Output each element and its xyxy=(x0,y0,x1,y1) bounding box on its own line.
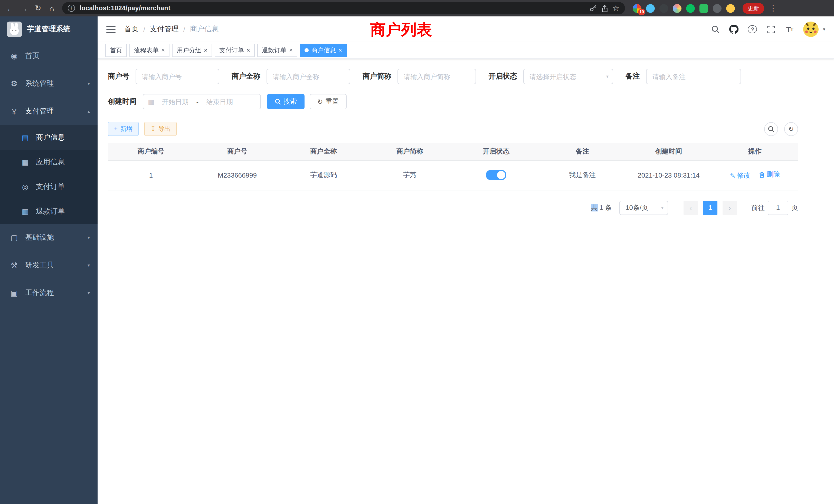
close-icon[interactable]: × xyxy=(289,47,293,54)
sidebar-item-app-info[interactable]: ▦ 应用信息 xyxy=(0,150,97,175)
col-create-time: 创建时间 xyxy=(626,143,712,160)
add-button[interactable]: + 新增 xyxy=(108,122,139,136)
browser-menu-icon[interactable]: ⋮ xyxy=(769,4,777,13)
prev-page-button[interactable]: ‹ xyxy=(683,201,698,215)
search-icon[interactable] xyxy=(711,24,720,35)
cell-merchant-no: M233666999 xyxy=(194,160,280,190)
tab-label: 支付订单 xyxy=(219,46,244,55)
tab-process-form[interactable]: 流程表单 × xyxy=(129,44,170,57)
tab-label: 用户分组 xyxy=(177,46,201,55)
font-size-icon[interactable]: TT xyxy=(785,24,794,35)
total-count-suffix: 1 条 xyxy=(597,204,612,211)
filter-label: 商户号 xyxy=(108,72,129,81)
bookmark-star-icon[interactable]: ☆ xyxy=(612,4,619,13)
extension-icon[interactable] xyxy=(699,4,708,13)
filter-create-time: 创建时间 ▦ - 搜索 ↻ 重置 xyxy=(108,94,347,109)
password-key-icon[interactable] xyxy=(589,5,596,12)
sidebar-item-infrastructure[interactable]: ▢ 基础设施 ▾ xyxy=(0,224,97,251)
url-text[interactable]: localhost:1024/pay/merchant xyxy=(80,5,585,12)
github-icon[interactable] xyxy=(729,24,739,35)
breadcrumb-home[interactable]: 首页 xyxy=(124,25,139,34)
help-icon[interactable]: ? xyxy=(748,25,757,33)
export-button-label: 导出 xyxy=(158,124,171,133)
extension-badge: 10 xyxy=(638,9,645,15)
edit-link[interactable]: ✎ 修改 xyxy=(730,171,750,180)
search-button[interactable]: 搜索 xyxy=(267,94,305,109)
goto-label: 前往 xyxy=(751,203,765,212)
short-name-input[interactable] xyxy=(397,69,476,84)
order-icon: ◎ xyxy=(21,183,29,191)
cell-actions: ✎ 修改 删除 xyxy=(712,160,798,190)
share-icon[interactable] xyxy=(601,4,608,12)
close-icon[interactable]: × xyxy=(338,47,342,54)
app-logo[interactable]: 芋道管理系统 xyxy=(0,17,97,42)
tab-refund-order[interactable]: 退款订单 × xyxy=(257,44,297,57)
tab-user-group[interactable]: 用户分组 × xyxy=(172,44,212,57)
monitor-icon: ▢ xyxy=(10,233,19,242)
refresh-table-icon[interactable]: ↻ xyxy=(784,122,798,136)
sidebar-item-dev-tools[interactable]: ⚒ 研发工具 ▾ xyxy=(0,251,97,279)
sidebar-item-label: 应用信息 xyxy=(36,158,65,167)
filter-status: 开启状态 ▾ xyxy=(488,69,613,84)
next-page-button[interactable]: › xyxy=(723,201,737,215)
extension-icon[interactable] xyxy=(659,4,668,13)
sidebar-item-payment[interactable]: ¥ 支付管理 ▴ xyxy=(0,97,97,125)
extension-icon[interactable]: 10 xyxy=(633,4,641,13)
current-page-button[interactable]: 1 xyxy=(703,201,718,215)
remark-input[interactable] xyxy=(646,69,741,84)
goto-page-input[interactable] xyxy=(768,201,788,215)
browser-update-button[interactable]: 更新 xyxy=(743,3,764,14)
site-info-icon[interactable]: i xyxy=(68,5,75,12)
toggle-search-icon[interactable] xyxy=(764,122,778,136)
avatar-caret-icon[interactable]: ▾ xyxy=(823,27,825,32)
sidebar-item-system[interactable]: ⚙ 系统管理 ▾ xyxy=(0,70,97,97)
sidebar-item-workflow[interactable]: ▣ 工作流程 ▾ xyxy=(0,279,97,307)
reload-icon[interactable]: ↻ xyxy=(32,2,44,14)
user-avatar[interactable] xyxy=(804,22,819,37)
tab-label: 流程表单 xyxy=(134,46,159,55)
end-date-input[interactable] xyxy=(201,98,238,106)
extension-icon[interactable] xyxy=(646,4,655,13)
sidebar-item-home[interactable]: ◉ 首页 xyxy=(0,42,97,70)
extension-icon[interactable] xyxy=(713,4,722,13)
forward-icon[interactable]: → xyxy=(18,2,30,14)
date-range-picker[interactable]: ▦ - xyxy=(143,94,261,109)
breadcrumb-section[interactable]: 支付管理 xyxy=(150,25,179,34)
back-icon[interactable]: ← xyxy=(4,2,17,14)
export-button[interactable]: ↧ 导出 xyxy=(144,122,177,136)
home-icon[interactable]: ⌂ xyxy=(46,2,58,14)
close-icon[interactable]: × xyxy=(161,47,165,54)
address-bar[interactable]: i localhost:1024/pay/merchant ☆ xyxy=(62,2,625,14)
extension-icon[interactable] xyxy=(686,4,695,13)
breadcrumb-separator: / xyxy=(183,25,185,33)
table-header-row: 商户编号 商户号 商户全称 商户简称 开启状态 备注 创建时间 操作 xyxy=(108,143,798,160)
tab-pay-order[interactable]: 支付订单 × xyxy=(215,44,255,57)
status-toggle[interactable] xyxy=(486,170,506,180)
breadcrumb: 首页 / 支付管理 / 商户信息 xyxy=(124,25,219,34)
tab-home[interactable]: 首页 xyxy=(105,44,127,57)
sidebar-item-pay-order[interactable]: ◎ 支付订单 xyxy=(0,175,97,199)
sidebar-item-merchant-info[interactable]: ▤ 商户信息 xyxy=(0,125,97,150)
start-date-input[interactable] xyxy=(157,98,194,106)
page-size-input[interactable] xyxy=(619,201,668,215)
col-actions: 操作 xyxy=(712,143,798,160)
merchant-no-input[interactable] xyxy=(136,69,219,84)
close-icon[interactable]: × xyxy=(246,47,250,54)
col-merchant-id: 商户编号 xyxy=(108,143,194,160)
extension-glyph xyxy=(673,4,681,13)
sidebar-item-refund-order[interactable]: ▥ 退款订单 xyxy=(0,199,97,224)
page-size-select[interactable]: ▾ xyxy=(619,201,668,215)
reset-button[interactable]: ↻ 重置 xyxy=(310,94,347,109)
close-icon[interactable]: × xyxy=(204,47,207,54)
extension-icon[interactable] xyxy=(673,4,681,13)
delete-link[interactable]: 删除 xyxy=(759,170,780,179)
collapse-sidebar-icon[interactable] xyxy=(106,26,115,32)
status-select-input[interactable] xyxy=(523,69,613,84)
full-name-input[interactable] xyxy=(266,69,350,84)
status-select[interactable]: ▾ xyxy=(523,69,613,84)
pagination: 共 1 条 ▾ ‹ 1 › 前往 页 xyxy=(108,201,798,215)
extension-icon[interactable] xyxy=(726,4,735,13)
tab-merchant-info[interactable]: 商户信息 × xyxy=(300,44,347,57)
sidebar-item-label: 基础设施 xyxy=(25,233,54,242)
fullscreen-icon[interactable] xyxy=(766,24,776,35)
